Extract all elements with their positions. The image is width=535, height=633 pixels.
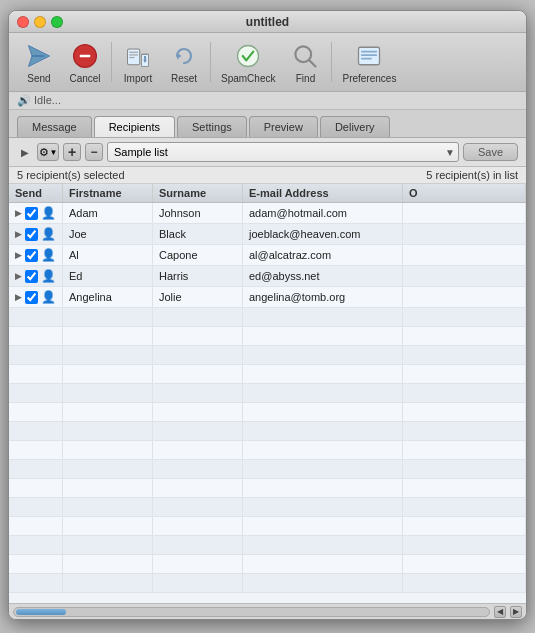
empty-row <box>9 327 526 346</box>
horizontal-scrollbar[interactable] <box>13 607 490 617</box>
empty-cell <box>243 460 403 479</box>
surname-cell: Jolie <box>153 287 243 308</box>
empty-cell <box>153 555 243 574</box>
play-button[interactable]: ▶ <box>17 144 33 160</box>
send-cell: ▶ 👤 <box>9 245 63 266</box>
status-bar: 🔊 Idle... <box>9 92 526 110</box>
preferences-button[interactable]: Preferences <box>336 37 402 87</box>
minimize-button[interactable] <box>34 16 46 28</box>
list-select[interactable]: Sample list List 1 List 2 <box>107 142 459 162</box>
firstname-cell: Joe <box>63 224 153 245</box>
empty-row <box>9 441 526 460</box>
empty-cell <box>63 365 153 384</box>
tab-settings[interactable]: Settings <box>177 116 247 137</box>
empty-cell <box>403 384 526 403</box>
empty-cell <box>153 365 243 384</box>
table-row[interactable]: ▶ 👤 AdamJohnsonadam@hotmail.com <box>9 203 526 224</box>
empty-cell <box>63 517 153 536</box>
empty-cell <box>403 308 526 327</box>
send-checkbox[interactable] <box>25 270 38 283</box>
empty-cell <box>243 346 403 365</box>
svg-marker-12 <box>177 53 181 60</box>
gear-icon: ⚙ <box>39 146 49 159</box>
empty-cell <box>403 536 526 555</box>
col-surname: Surname <box>153 184 243 203</box>
send-cell: ▶ 👤 <box>9 287 63 308</box>
col-other: O <box>403 184 526 203</box>
send-checkbox[interactable] <box>25 207 38 220</box>
table-row[interactable]: ▶ 👤 AngelinaJolieangelina@tomb.org <box>9 287 526 308</box>
save-button[interactable]: Save <box>463 143 518 161</box>
import-button[interactable]: Import <box>116 37 160 87</box>
row-expand-icon[interactable]: ▶ <box>15 208 22 218</box>
empty-cell <box>9 498 63 517</box>
empty-row <box>9 365 526 384</box>
empty-cell <box>243 517 403 536</box>
empty-cell <box>153 460 243 479</box>
row-expand-icon[interactable]: ▶ <box>15 271 22 281</box>
other-cell <box>403 203 526 224</box>
send-checkbox[interactable] <box>25 291 38 304</box>
send-checkbox[interactable] <box>25 249 38 262</box>
gear-dropdown-button[interactable]: ⚙ ▼ <box>37 143 59 161</box>
add-recipient-button[interactable]: + <box>63 143 81 161</box>
find-button[interactable]: Find <box>283 37 327 87</box>
send-checkbox[interactable] <box>25 228 38 241</box>
table-row[interactable]: ▶ 👤 EdHarrised@abyss.net <box>9 266 526 287</box>
row-expand-icon[interactable]: ▶ <box>15 292 22 302</box>
stats-bar: 5 recipient(s) selected 5 recipient(s) i… <box>9 167 526 184</box>
empty-cell <box>153 498 243 517</box>
recipients-table-container[interactable]: Send Firstname Surname E-mail Address O … <box>9 184 526 603</box>
tab-preview[interactable]: Preview <box>249 116 318 137</box>
tab-message[interactable]: Message <box>17 116 92 137</box>
close-button[interactable] <box>17 16 29 28</box>
tab-delivery[interactable]: Delivery <box>320 116 390 137</box>
find-icon <box>289 40 321 72</box>
row-expand-icon[interactable]: ▶ <box>15 229 22 239</box>
send-button[interactable]: Send <box>17 37 61 87</box>
svg-rect-6 <box>129 54 138 55</box>
svg-rect-5 <box>129 52 138 53</box>
maximize-button[interactable] <box>51 16 63 28</box>
send-cell: ▶ 👤 <box>9 266 63 287</box>
empty-cell <box>243 403 403 422</box>
scroll-left-button[interactable]: ◀ <box>494 606 506 618</box>
spamcheck-button[interactable]: SpamCheck <box>215 37 281 87</box>
spamcheck-icon <box>232 40 264 72</box>
person-icon: 👤 <box>41 206 56 220</box>
empty-cell <box>403 460 526 479</box>
other-cell <box>403 224 526 245</box>
person-icon: 👤 <box>41 227 56 241</box>
empty-cell <box>9 517 63 536</box>
send-icon <box>23 40 55 72</box>
reset-button[interactable]: Reset <box>162 37 206 87</box>
empty-cell <box>403 498 526 517</box>
row-expand-icon[interactable]: ▶ <box>15 250 22 260</box>
reset-label: Reset <box>171 73 197 84</box>
empty-cell <box>403 574 526 593</box>
list-select-wrapper: Sample list List 1 List 2 ▼ <box>107 142 459 162</box>
empty-cell <box>403 327 526 346</box>
other-cell <box>403 266 526 287</box>
empty-cell <box>153 384 243 403</box>
empty-cell <box>403 517 526 536</box>
scroll-right-button[interactable]: ▶ <box>510 606 522 618</box>
person-icon: 👤 <box>41 290 56 304</box>
cancel-button[interactable]: Cancel <box>63 37 107 87</box>
empty-row <box>9 498 526 517</box>
svg-rect-18 <box>362 54 378 56</box>
empty-cell <box>153 536 243 555</box>
remove-recipient-button[interactable]: − <box>85 143 103 161</box>
person-icon: 👤 <box>41 248 56 262</box>
table-row[interactable]: ▶ 👤 AlCaponeal@alcatraz.com <box>9 245 526 266</box>
tab-recipients[interactable]: Recipients <box>94 116 175 137</box>
empty-cell <box>153 422 243 441</box>
empty-cell <box>9 365 63 384</box>
status-text: 🔊 Idle... <box>17 94 61 107</box>
reset-icon <box>168 40 200 72</box>
svg-point-13 <box>238 46 259 67</box>
table-row[interactable]: ▶ 👤 JoeBlackjoeblack@heaven.com <box>9 224 526 245</box>
traffic-lights <box>17 16 63 28</box>
toolbar-sep-2 <box>210 42 211 82</box>
scroll-thumb[interactable] <box>16 609 66 615</box>
